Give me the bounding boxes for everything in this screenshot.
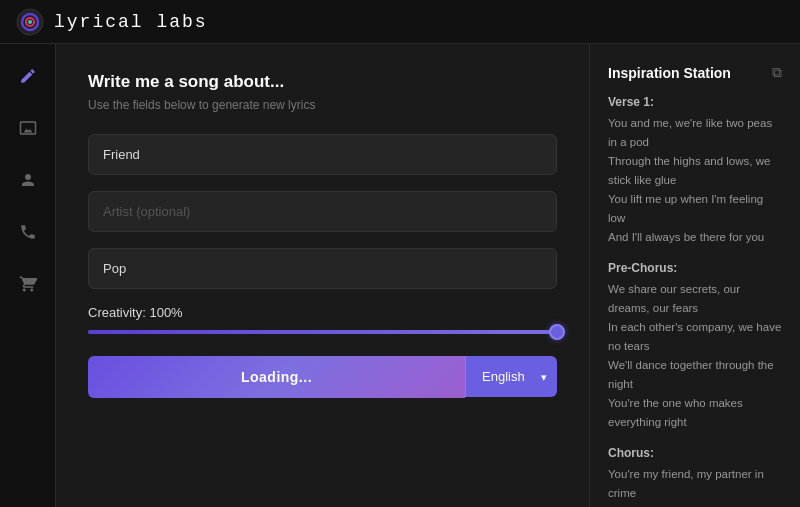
inspiration-title: Inspiration Station — [608, 65, 731, 81]
copy-icon[interactable]: ⧉ — [772, 64, 782, 81]
genre-group — [88, 248, 557, 289]
verse1-line1: You and me, we're like two peas in a pod — [608, 114, 782, 152]
sidebar-item-phone[interactable] — [16, 220, 40, 244]
pencil-icon — [19, 67, 37, 85]
sidebar-item-user[interactable] — [16, 168, 40, 192]
image-icon — [19, 119, 37, 137]
user-icon — [19, 171, 37, 189]
verse1-line4: And I'll always be there for you — [608, 228, 782, 247]
sidebar — [0, 44, 56, 507]
language-select-wrapper: English Spanish French German — [465, 356, 557, 398]
panel-title: Write me a song about... — [88, 72, 557, 92]
cart-icon — [19, 275, 37, 293]
main-layout: Write me a song about... Use the fields … — [0, 44, 800, 507]
creativity-label: Creativity: 100% — [88, 305, 557, 320]
prechorus-line2: In each other's company, we have no tear… — [608, 318, 782, 356]
sidebar-item-edit[interactable] — [16, 64, 40, 88]
logo-text: lyrical labs — [54, 12, 208, 32]
artist-group — [88, 191, 557, 232]
chorus-line1: You're my friend, my partner in crime — [608, 465, 782, 503]
left-panel: Write me a song about... Use the fields … — [56, 44, 590, 507]
prechorus-line1: We share our secrets, our dreams, our fe… — [608, 280, 782, 318]
verse1-label: Verse 1: — [608, 95, 782, 109]
app-header: lyrical labs — [0, 0, 800, 44]
sidebar-item-image[interactable] — [16, 116, 40, 140]
slider-thumb — [549, 324, 565, 340]
svg-point-3 — [28, 20, 32, 24]
prechorus-line4: You're the one who makes everything righ… — [608, 394, 782, 432]
topic-input[interactable] — [88, 134, 557, 175]
artist-input[interactable] — [88, 191, 557, 232]
sidebar-item-cart[interactable] — [16, 272, 40, 296]
language-select[interactable]: English Spanish French German — [465, 356, 557, 397]
action-row: Loading... English Spanish French German — [88, 356, 557, 398]
topic-group — [88, 134, 557, 175]
prechorus-line3: We'll dance together through the night — [608, 356, 782, 394]
phone-icon — [19, 223, 37, 241]
chorus-line2: Together we'll conquer space and time — [608, 502, 782, 507]
prechorus-label: Pre-Chorus: — [608, 261, 782, 275]
inspiration-header: Inspiration Station ⧉ — [608, 64, 782, 81]
logo-icon — [16, 8, 44, 36]
genre-input[interactable] — [88, 248, 557, 289]
lyrics-prechorus: Pre-Chorus: We share our secrets, our dr… — [608, 261, 782, 432]
slider-track — [88, 330, 557, 334]
chorus-label: Chorus: — [608, 446, 782, 460]
lyrics-verse1: Verse 1: You and me, we're like two peas… — [608, 95, 782, 247]
creativity-slider[interactable] — [88, 330, 557, 334]
logo: lyrical labs — [16, 8, 208, 36]
slider-fill — [88, 330, 557, 334]
verse1-line2: Through the highs and lows, we stick lik… — [608, 152, 782, 190]
panel-subtitle: Use the fields below to generate new lyr… — [88, 98, 557, 112]
right-panel: Inspiration Station ⧉ Verse 1: You and m… — [590, 44, 800, 507]
content-area: Write me a song about... Use the fields … — [56, 44, 800, 507]
loading-button[interactable]: Loading... — [88, 356, 465, 398]
verse1-line3: You lift me up when I'm feeling low — [608, 190, 782, 228]
lyrics-chorus: Chorus: You're my friend, my partner in … — [608, 446, 782, 507]
